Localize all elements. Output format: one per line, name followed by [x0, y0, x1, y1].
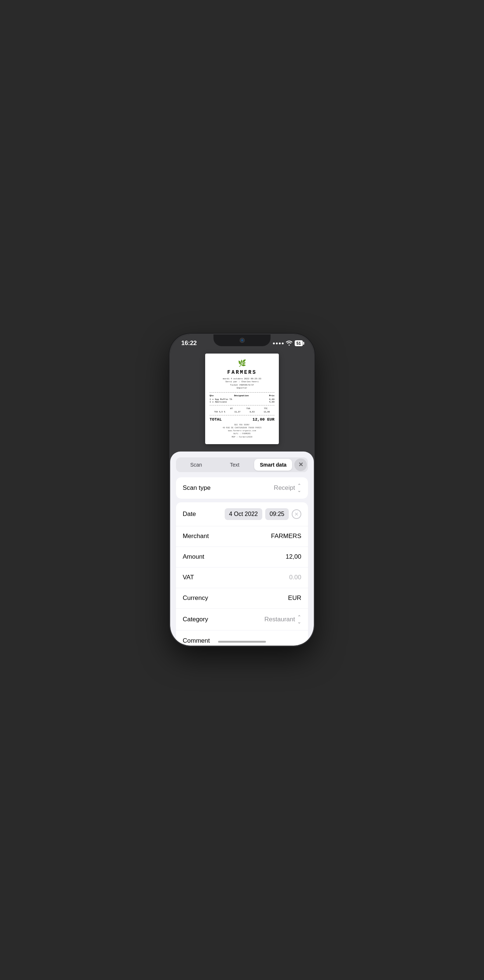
comment-label: Comment	[183, 637, 210, 644]
scan-type-row: Scan type Receipt ⌃⌄	[176, 477, 308, 499]
date-value[interactable]: 4 Oct 2022	[225, 508, 262, 520]
tab-smart-data[interactable]: Smart data	[254, 459, 292, 471]
date-clear-button[interactable]: ✕	[292, 509, 301, 519]
category-selector[interactable]: Restaurant ⌃⌄	[264, 615, 301, 624]
tab-scan[interactable]: Scan	[177, 459, 215, 471]
currency-value[interactable]: EUR	[288, 594, 301, 602]
clear-icon: ✕	[294, 511, 299, 517]
merchant-value[interactable]: FARMERS	[271, 533, 301, 540]
date-row: Date 4 Oct 2022 09:25 ✕	[176, 502, 308, 526]
category-label: Category	[183, 616, 208, 623]
notch	[213, 334, 271, 346]
scan-type-selector[interactable]: Receipt ⌃⌄	[274, 483, 301, 493]
receipt-total: TOTAL 12,00 EUR	[210, 417, 274, 422]
receipt-logo-icon: 🌿	[210, 359, 274, 367]
tab-text[interactable]: Text	[216, 459, 254, 471]
date-controls: 4 Oct 2022 09:25 ✕	[225, 508, 301, 520]
date-label: Date	[183, 511, 196, 518]
receipt-area: 🌿 FARMERS mardi 4 octobre 2022 09:25:33 …	[170, 350, 314, 452]
signal-icon	[273, 342, 283, 344]
receipt-preview: 🌿 FARMERS mardi 4 octobre 2022 09:25:33 …	[205, 353, 279, 444]
amount-value[interactable]: 12,00	[285, 553, 301, 560]
currency-label: Currency	[183, 594, 208, 602]
camera	[239, 338, 245, 343]
comment-row: Comment	[176, 630, 308, 646]
amount-row: Amount 12,00	[176, 547, 308, 568]
amount-label: Amount	[183, 553, 204, 560]
battery-indicator: 51	[295, 340, 303, 346]
receipt-table-header: Qte Désignation Prix	[210, 395, 274, 397]
receipt-date: mardi 4 octobre 2022 09:25:33 Servi par …	[210, 377, 274, 390]
vat-label: VAT	[183, 574, 194, 581]
receipt-logo: 🌿	[210, 359, 274, 367]
currency-row: Currency EUR	[176, 588, 308, 609]
time-value[interactable]: 09:25	[265, 508, 289, 520]
phone-frame: 16:22 51 🌿	[170, 334, 314, 646]
receipt-title: FARMERS	[210, 369, 274, 375]
merchant-label: Merchant	[183, 533, 209, 540]
category-value: Restaurant	[264, 616, 295, 623]
scan-type-card: Scan type Receipt ⌃⌄	[176, 477, 308, 499]
receipt-tax-row: TVA 5,5 % 11,37 0,63 12,00	[210, 410, 274, 413]
status-time: 16:22	[181, 340, 197, 347]
vat-value[interactable]: 0.00	[289, 574, 301, 581]
close-button[interactable]: ✕	[294, 458, 307, 471]
close-icon: ✕	[298, 462, 303, 468]
wifi-icon	[286, 340, 293, 346]
merchant-row: Merchant FARMERS	[176, 526, 308, 547]
scan-type-chevron: ⌃⌄	[297, 483, 301, 493]
receipt-footer: SEE YOU SOON! 40 RUE DE CHATEAUDUN 75009…	[210, 423, 274, 439]
receipt-tax-header: HTTVATTC	[210, 407, 274, 410]
details-card: Date 4 Oct 2022 09:25 ✕ Merchant FARMERS	[176, 502, 308, 646]
scan-type-value: Receipt	[274, 484, 295, 492]
category-row: Category Restaurant ⌃⌄	[176, 609, 308, 630]
bottom-panel: Scan Text Smart data ✕ Scan type Receipt	[170, 452, 314, 646]
category-chevron: ⌃⌄	[297, 615, 301, 624]
vat-row: VAT 0.00	[176, 568, 308, 588]
battery-level: 51	[296, 341, 301, 345]
status-icons: 51	[273, 340, 303, 346]
home-indicator	[218, 641, 266, 643]
phone-screen: 16:22 51 🌿	[170, 334, 314, 646]
receipt-items: 1 x Egg Muffin TA 8,00 1 x Americano 4,0…	[210, 398, 274, 403]
tab-bar: Scan Text Smart data ✕	[176, 457, 308, 472]
scan-type-label: Scan type	[183, 484, 211, 492]
